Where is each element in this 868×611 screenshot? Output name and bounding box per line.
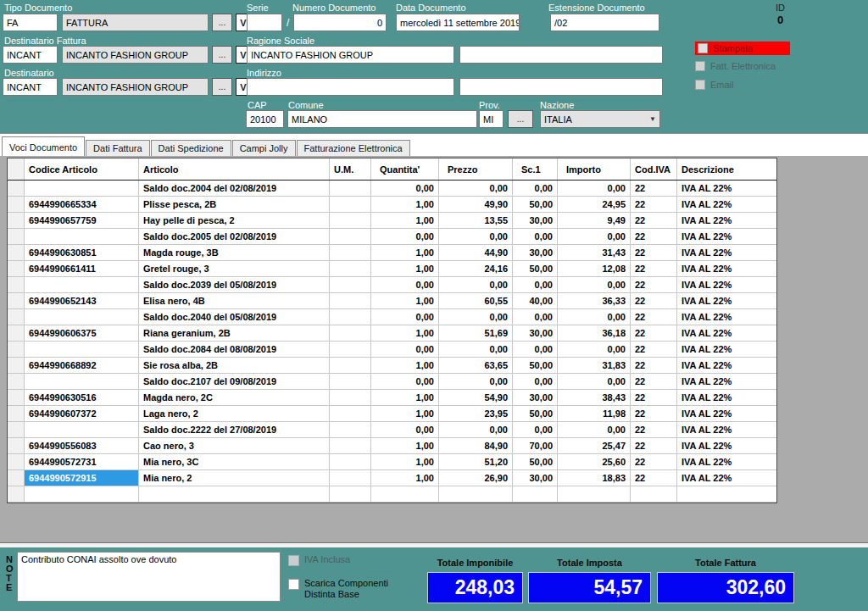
cell-descrizione[interactable]: IVA AL 22% xyxy=(677,422,776,437)
cell-um[interactable] xyxy=(330,277,371,292)
cell-articolo[interactable]: Cao nero, 3 xyxy=(139,438,330,453)
cell-prezzo[interactable]: 0,00 xyxy=(439,181,513,196)
scarica-componenti-checkbox[interactable]: Scarica Componenti Distinta Base xyxy=(288,578,406,600)
tab-voci-documento[interactable]: Voci Documento xyxy=(2,136,85,156)
cell-quantita[interactable]: 0,00 xyxy=(371,309,439,325)
cell-um[interactable] xyxy=(330,422,371,437)
cell-codice[interactable] xyxy=(25,229,139,244)
cell-quantita[interactable]: 1,00 xyxy=(371,454,439,469)
cell-sc1[interactable]: 30,00 xyxy=(513,390,558,405)
cell-um[interactable] xyxy=(330,390,371,405)
cell-sc1[interactable]: 40,00 xyxy=(513,293,558,308)
comune-input[interactable]: MILANO xyxy=(287,110,477,128)
cell-sc1[interactable]: 0,00 xyxy=(513,342,558,357)
cell-codice[interactable] xyxy=(25,309,139,325)
cell-sc1[interactable]: 50,00 xyxy=(513,261,558,276)
cell-um[interactable] xyxy=(330,486,371,502)
cell-sc1[interactable]: 30,00 xyxy=(513,213,558,228)
cell-cod_iva[interactable]: 22 xyxy=(631,197,677,212)
table-row[interactable]: Saldo doc.2004 del 02/08/20190,000,000,0… xyxy=(8,181,776,197)
cell-codice[interactable]: 6944990668892 xyxy=(25,358,139,373)
ragione-sociale-extra-input[interactable] xyxy=(459,46,663,64)
tipo-documento-code-input[interactable]: FA xyxy=(3,14,58,31)
note-textarea[interactable]: Contributo CONAI assolto ove dovuto xyxy=(17,552,281,602)
cell-articolo[interactable]: Laga nero, 2 xyxy=(139,406,330,421)
cell-cod_iva[interactable]: 22 xyxy=(631,181,677,196)
cell-articolo[interactable]: Riana geranium, 2B xyxy=(139,325,330,341)
cell-importo[interactable]: 25,60 xyxy=(558,454,631,469)
cell-prezzo[interactable]: 51,69 xyxy=(439,325,513,341)
cell-codice[interactable] xyxy=(25,181,139,196)
cell-articolo[interactable]: Saldo doc.2005 del 02/08/2019 xyxy=(139,229,330,244)
cell-quantita[interactable]: 1,00 xyxy=(371,470,439,486)
cell-sc1[interactable]: 0,00 xyxy=(513,277,558,292)
table-row[interactable]: Saldo doc.2039 del 05/08/20190,000,000,0… xyxy=(8,277,776,293)
cell-sc1[interactable]: 30,00 xyxy=(513,245,558,260)
cell-um[interactable] xyxy=(330,325,371,341)
numero-documento-input[interactable]: 0 xyxy=(293,14,387,31)
cell-cod_iva[interactable]: 22 xyxy=(631,245,677,260)
cell-um[interactable] xyxy=(330,454,371,469)
cell-um[interactable] xyxy=(330,406,371,421)
cell-cod_iva[interactable]: 22 xyxy=(631,390,677,405)
cell-quantita[interactable]: 0,00 xyxy=(371,229,439,244)
cell-importo[interactable]: 38,43 xyxy=(558,390,631,405)
cell-prezzo[interactable]: 0,00 xyxy=(439,342,513,357)
cell-codice[interactable]: 6944990572915 xyxy=(25,470,139,486)
cell-articolo[interactable]: Plisse pesca, 2B xyxy=(139,197,330,212)
cell-cod_iva[interactable]: 22 xyxy=(631,406,677,421)
cell-cod_iva[interactable]: 22 xyxy=(631,261,677,276)
row-selector[interactable] xyxy=(8,293,25,308)
row-selector[interactable] xyxy=(8,197,25,212)
cell-codice[interactable] xyxy=(25,486,139,502)
cell-sc1[interactable]: 50,00 xyxy=(513,454,558,469)
cell-sc1[interactable]: 70,00 xyxy=(513,438,558,453)
cell-descrizione[interactable]: IVA AL 22% xyxy=(677,438,776,453)
cell-importo[interactable]: 0,00 xyxy=(558,181,631,196)
cell-prezzo[interactable]: 13,55 xyxy=(439,213,513,228)
cell-codice[interactable]: 6944990572731 xyxy=(25,454,139,469)
cell-sc1[interactable]: 0,00 xyxy=(513,374,558,389)
cell-quantita[interactable]: 0,00 xyxy=(371,277,439,292)
email-checkbox[interactable]: Email xyxy=(695,80,734,90)
cell-prezzo[interactable]: 54,90 xyxy=(439,390,513,405)
estensione-documento-input[interactable]: /02 xyxy=(550,14,659,31)
cell-articolo[interactable]: Sie rosa alba, 2B xyxy=(139,358,330,373)
destinatario-fattura-code-input[interactable]: INCANT xyxy=(3,46,58,64)
cell-sc1[interactable]: 0,00 xyxy=(513,181,558,196)
row-selector[interactable] xyxy=(8,229,25,244)
cell-articolo[interactable]: Saldo doc.2004 del 02/08/2019 xyxy=(139,181,330,196)
row-selector[interactable] xyxy=(8,406,25,421)
table-row[interactable]: 6944990607372Laga nero, 21,0023,9550,001… xyxy=(8,406,776,422)
table-row[interactable]: Saldo doc.2222 del 27/08/20190,000,000,0… xyxy=(8,422,776,438)
cell-codice[interactable] xyxy=(25,277,139,292)
serie-input[interactable] xyxy=(247,14,282,31)
row-selector[interactable] xyxy=(8,309,25,325)
table-row[interactable]: 6944990572731Mia nero, 3C1,0051,2050,002… xyxy=(8,454,776,470)
cell-sc1[interactable]: 50,00 xyxy=(513,406,558,421)
row-selector[interactable] xyxy=(8,470,25,486)
email-checkbox-box[interactable] xyxy=(695,80,705,90)
nazione-select[interactable]: ITALIA ▼ xyxy=(540,110,660,128)
cell-importo[interactable]: 36,18 xyxy=(558,325,631,341)
table-row[interactable]: Saldo doc.2107 del 09/08/20190,000,000,0… xyxy=(8,374,776,390)
cell-articolo[interactable]: Saldo doc.2039 del 05/08/2019 xyxy=(139,277,330,292)
row-selector[interactable] xyxy=(8,325,25,341)
table-row[interactable] xyxy=(8,486,776,503)
cell-quantita[interactable] xyxy=(371,486,439,502)
cell-sc1[interactable]: 0,00 xyxy=(513,229,558,244)
column-header-articolo[interactable]: Articolo xyxy=(139,158,330,180)
row-selector[interactable] xyxy=(8,390,25,405)
cell-codice[interactable]: 6944990665334 xyxy=(25,197,139,212)
indirizzo-input[interactable] xyxy=(247,78,454,96)
cell-um[interactable] xyxy=(330,229,371,244)
cell-importo[interactable]: 0,00 xyxy=(558,342,631,357)
cell-um[interactable] xyxy=(330,293,371,308)
cell-prezzo[interactable]: 63,65 xyxy=(439,358,513,373)
column-header-codice[interactable]: Codice Articolo xyxy=(25,158,139,180)
cell-descrizione[interactable]: IVA AL 22% xyxy=(677,309,776,325)
cell-um[interactable] xyxy=(330,358,371,373)
row-selector[interactable] xyxy=(8,486,25,502)
cell-descrizione[interactable]: IVA AL 22% xyxy=(677,277,776,292)
table-row[interactable]: 6944990572915Mia nero, 21,0026,9030,0018… xyxy=(8,470,776,486)
